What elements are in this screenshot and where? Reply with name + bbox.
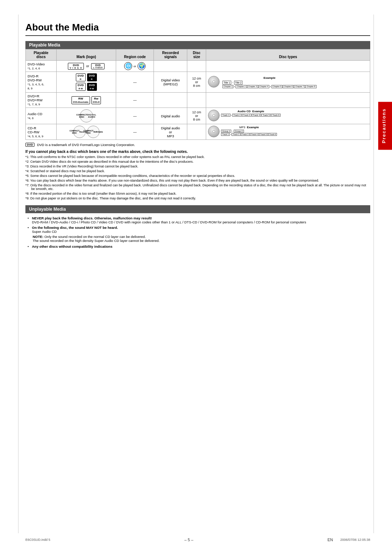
chapter-box8: Chapter 8 — [305, 85, 316, 89]
col-header-size: Discsize — [187, 49, 206, 61]
disc-size-audiocd: 12 cmor8 cm — [187, 108, 206, 124]
disc-circle-mp3-wrapper — [208, 126, 220, 138]
chapter-box7: Chapter 7 — [294, 85, 305, 89]
cdrw-logo: COMPACTDISCReWritable — [87, 126, 99, 138]
table-row: DVD+RDVD+RW*1, 7, 8, 9 RWDVD+Rewritable … — [26, 93, 370, 108]
side-tab-label: Precautions — [381, 108, 387, 143]
side-line-left — [18, 15, 19, 533]
mp3-track1: Track 1 — [221, 133, 230, 136]
disc-size-dvdr: 12 cmor8 cm — [187, 72, 206, 93]
unplayable-item-1: NEVER play back the following discs. Oth… — [27, 216, 369, 224]
col-header-types: Disc types — [206, 49, 370, 61]
table-row: DVD-RDVD-RW*1, 3, 4, 5, 6,8, 9 DVDR DVDR… — [26, 72, 370, 93]
dvdrw-logo: DVDR W — [76, 83, 86, 91]
group2-box: Group 2 — [234, 130, 244, 133]
mp3-example-area: MP3 Example Group 1 → Group 2 Track 1 + — [221, 126, 277, 136]
chapter-box6: Chapter 6 — [283, 85, 294, 89]
mp3-track5: Track 5 — [259, 133, 268, 136]
note-label: NOTE: — [33, 235, 44, 239]
col-header-mark: Mark (logo) — [57, 49, 116, 61]
disc-mark-cdr: COMPACTDISCRecordable COMPACTDISCReWrita… — [57, 124, 116, 140]
audiocd-example-area: Audio CD Example Track 1 + Track 2 Track… — [221, 110, 281, 117]
track1-box: Track 1 — [221, 114, 230, 117]
group1-box: Group 1 — [221, 130, 231, 133]
disc-recorded-dvdr: Digital video(MPEG2) — [154, 72, 187, 93]
disc-circle-audiocd-wrapper — [208, 110, 220, 122]
dvdrw-logo2: DVDR W — [87, 83, 97, 91]
chapter-box5: Chapter 5 — [271, 85, 282, 89]
disc-name-cdr: CD-RCD-RW*4, 5, 6, 8, 9 — [26, 124, 57, 140]
note-3: *3: Discs recorded in the VR (Video Reco… — [25, 165, 370, 168]
page-wrapper: Precautions About the Media Playable Med… — [0, 0, 392, 555]
chapter-box: Chapter 1 — [222, 85, 233, 89]
disc-name-audiocd: Audio CD*4, 6 — [26, 108, 57, 124]
note-2: *2: Certain DVD-Video discs do not opera… — [25, 160, 370, 163]
track5-box: Track 5 — [261, 114, 271, 117]
table-row: DVD-Video*1, 2, 4, 6 DVDV I D E O or DVD… — [26, 61, 370, 72]
disc-name-dvdvideo: DVD-Video*1, 2, 4, 6 — [26, 61, 57, 72]
disc-hole — [213, 80, 215, 83]
notes-list: *1: This unit conforms to the NTSC color… — [25, 155, 370, 200]
disc-recorded-audiocd: Digital audio — [154, 108, 187, 124]
dvd-trademark-text: DVD is a trademark of DVD Format/Logo Li… — [37, 143, 135, 147]
unplayable-media-header: Unplayable Media — [25, 205, 370, 213]
unplayable-bold-1: NEVER play back the following discs. Oth… — [32, 216, 152, 220]
disc-types-dvdplus — [206, 93, 370, 108]
dvdplus-rw-logo1: RWDVD+Rewritable — [72, 96, 90, 104]
side-line-right — [373, 15, 374, 533]
unplayable-content: NEVER play back the following discs. Oth… — [25, 213, 370, 252]
playable-media-section: Playable Media Playablediscs Mark (logo)… — [25, 41, 370, 140]
dvd-trademark-section: DVD DVD is a trademark of DVD Format/Log… — [25, 143, 370, 147]
disc-types-dvdvideo — [206, 61, 370, 72]
disc-circle-dvd — [208, 76, 220, 88]
disc-hole-audiocd — [213, 114, 215, 117]
unplayable-text-2: Super Audio CD — [32, 230, 57, 234]
disc-region-audiocd: — — [116, 108, 154, 124]
disc-name-dvdr: DVD-RDVD-RW*1, 3, 4, 5, 6,8, 9 — [26, 72, 57, 93]
disc-region-dvdplus: — — [116, 93, 154, 108]
dvd-video-logo1: DVDV I D E O — [68, 63, 84, 70]
disc-recorded-dvdvideo — [154, 61, 187, 72]
unplayable-text-1: DVD-RAM / DVD-Audio / CD-i / Photo CD / … — [32, 220, 306, 224]
mp3-track4: Track 4 — [250, 133, 259, 136]
note-5: *5: Some discs cannot be played back bec… — [25, 174, 370, 178]
note-9: *9: Do not glue paper or put stickers on… — [25, 197, 370, 200]
chapter-box4: Chapter 4 — [258, 85, 269, 89]
track3-box: Track 3 — [242, 114, 252, 117]
example-label-audiocd: Example — [252, 110, 264, 113]
note-8: *8: If the recorded portion of the disc … — [25, 192, 370, 195]
unplayable-bold-2: On the following disc, the sound MAY NOT… — [32, 226, 118, 230]
disc-recorded-dvdplus — [154, 93, 187, 108]
unplayable-item-2: On the following disc, the sound MAY NOT… — [27, 226, 369, 234]
example-label-mp3: Example — [247, 126, 259, 129]
unplayable-note2: The sound recorded on the high density S… — [33, 239, 369, 243]
page-number: – 5 – — [184, 538, 193, 542]
dvd-example-area: Example Title 1 → Title 2 Chapter 1 ↳ Ch… — [222, 76, 316, 89]
side-tab: Precautions — [378, 102, 392, 150]
disc-region-cdr: — — [116, 124, 154, 140]
disc-circle-audiocd — [208, 110, 220, 121]
dvd-trademark-icon: DVD — [25, 143, 34, 147]
chapter-box3: Chapter 3 — [247, 85, 258, 89]
dvd-video-logo2: DVD● VIDEO — [91, 63, 105, 69]
disc-types-cdr: MP3 Example Group 1 → Group 2 Track 1 + — [206, 124, 370, 140]
title1-box: Title 1 — [222, 81, 231, 85]
mp3-track3: Track 3 — [241, 133, 250, 136]
mp3-track6: Track 6 — [268, 133, 277, 136]
mp3-track2: Track 2 — [232, 133, 240, 136]
note-7: *7: Only the discs recorded in the video… — [25, 183, 370, 191]
disc-size-dvdplus — [187, 93, 206, 108]
disc-size-dvdvideo — [187, 61, 206, 72]
disc-mark-dvdvideo: DVDV I D E O or DVD● VIDEO — [57, 61, 116, 72]
disc-hole-mp3 — [213, 130, 215, 133]
footer-date: 2006/07/06 12:05:38 — [340, 538, 370, 542]
example-label-dvd: Example — [264, 76, 275, 80]
notes-section: If you cannot play back a disc which bea… — [25, 150, 370, 200]
footer: E6C0SUD.indd 5 – 5 – EN 2006/07/06 12:05… — [0, 538, 392, 542]
page-title: About the Media — [25, 22, 370, 36]
playable-media-table: Playablediscs Mark (logo) Region code Re… — [25, 49, 370, 140]
unplayable-item-3: Any other discs without compatibility in… — [27, 244, 369, 248]
note-text-1: Only the sound recorded on the normal CD… — [44, 235, 146, 239]
notes-header: If you cannot play back a disc which bea… — [25, 150, 370, 154]
dvdplus-rw-logo2: RwDVD+R — [91, 96, 101, 104]
